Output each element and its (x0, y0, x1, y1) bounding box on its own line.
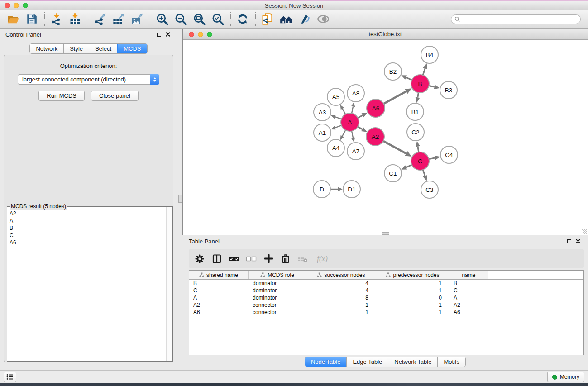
export-table-button[interactable] (111, 11, 126, 27)
table-cell[interactable]: 4 (306, 280, 376, 287)
graph-edge-A-A8[interactable] (351, 102, 355, 114)
graph-node-A[interactable]: A (341, 113, 359, 131)
refresh-layout-button[interactable] (235, 11, 250, 27)
toggle-view-button[interactable] (316, 11, 331, 27)
zoom-selected-button[interactable] (210, 11, 225, 27)
graph-edge-B-B1[interactable] (416, 93, 420, 103)
result-item[interactable]: A (10, 217, 172, 224)
graph-node-A7[interactable]: A7 (347, 143, 364, 160)
zoom-window-button[interactable] (23, 3, 28, 8)
vertical-splitter-handle[interactable] (178, 195, 182, 203)
save-session-button[interactable] (24, 11, 39, 27)
graph-edge-A-A7[interactable] (351, 131, 355, 143)
result-list-scrollbar[interactable] (166, 207, 172, 361)
graph-edge-C-C1[interactable] (401, 165, 412, 170)
select-all-button[interactable] (227, 252, 241, 266)
table-cell[interactable]: 1 (376, 287, 449, 294)
criterion-dropdown[interactable]: largest connected component (directed) (18, 74, 159, 85)
graph-edge-A-A2[interactable] (358, 127, 367, 132)
task-history-button[interactable] (4, 372, 16, 382)
table-cell[interactable]: connector (249, 309, 306, 316)
add-row-button[interactable] (262, 252, 275, 266)
network-close-button[interactable] (189, 32, 194, 37)
delete-table-button[interactable] (296, 252, 310, 266)
tab-style[interactable]: Style (63, 44, 89, 53)
float-panel-button[interactable] (155, 31, 163, 38)
table-row[interactable]: A2connector11A2 (189, 301, 583, 309)
graph-edge-A-A4[interactable] (340, 130, 346, 140)
table-cell[interactable]: A2 (449, 301, 488, 309)
delete-row-button[interactable] (279, 252, 292, 266)
table-cell[interactable]: 0 (376, 294, 449, 301)
graph-node-C4[interactable]: C4 (440, 146, 458, 163)
import-table-button[interactable] (67, 11, 83, 27)
zoom-out-button[interactable] (173, 11, 188, 27)
graph-node-A3[interactable]: A3 (314, 104, 331, 121)
graph-node-D[interactable]: D (313, 181, 330, 198)
column-header-shared-name[interactable]: shared name (189, 271, 249, 279)
tab-node-table[interactable]: Node Table (305, 357, 347, 367)
table-cell[interactable]: A (449, 294, 488, 301)
graph-node-D1[interactable]: D1 (343, 181, 360, 198)
network-zoom-button[interactable] (207, 32, 212, 37)
tab-network-table[interactable]: Network Table (388, 357, 437, 367)
graph-edge-A-A1[interactable] (331, 125, 342, 129)
graph-edge-C-C4[interactable] (429, 156, 440, 160)
open-folder-button[interactable] (5, 11, 21, 27)
close-panel-button[interactable] (164, 31, 172, 38)
export-image-button[interactable] (129, 11, 145, 27)
table-cell[interactable]: A2 (189, 301, 249, 309)
function-builder-button[interactable]: f(x) (313, 252, 331, 266)
graph-node-B4[interactable]: B4 (421, 46, 438, 63)
table-cell[interactable]: 1 (306, 301, 376, 309)
table-row[interactable]: Bdominator41B (189, 280, 583, 287)
table-cell[interactable]: A6 (449, 309, 488, 316)
graph-edge-B-B4[interactable] (423, 63, 427, 75)
table-cell[interactable]: A6 (189, 309, 249, 316)
table-cell[interactable]: 1 (306, 309, 376, 316)
tab-network[interactable]: Network (30, 44, 63, 53)
table-cell[interactable]: 1 (376, 309, 449, 316)
tab-motifs[interactable]: Motifs (437, 357, 465, 367)
tab-edge-table[interactable]: Edge Table (346, 357, 388, 367)
table-columns-button[interactable] (210, 252, 224, 266)
show-hide-graphics-details-button[interactable] (297, 11, 312, 27)
graph-node-A2[interactable]: A2 (366, 128, 384, 146)
table-cell[interactable]: 1 (376, 280, 449, 287)
graph-edge-C-C3[interactable] (423, 170, 427, 181)
graph-node-B3[interactable]: B3 (440, 81, 457, 99)
run-mcds-button[interactable]: Run MCDS (38, 91, 85, 101)
graph-edge-C-C2[interactable] (416, 141, 420, 152)
table-cell[interactable]: A (189, 294, 249, 301)
zoom-fit-button[interactable] (191, 11, 207, 27)
graph-node-C3[interactable]: C3 (421, 181, 438, 198)
graph-node-A4[interactable]: A4 (327, 139, 344, 157)
table-settings-button[interactable] (193, 252, 206, 266)
search-box[interactable] (451, 14, 581, 24)
column-header-MCDS-role[interactable]: MCDS role (249, 271, 306, 279)
graph-node-C2[interactable]: C2 (407, 124, 424, 141)
zoom-in-button[interactable] (154, 11, 170, 27)
graph-edge-A-A3[interactable] (331, 115, 341, 119)
deselect-all-button[interactable] (244, 252, 258, 266)
graph-node-A8[interactable]: A8 (347, 85, 364, 102)
table-cell[interactable]: dominator (249, 287, 306, 294)
table-row[interactable]: A6connector11A6 (189, 309, 583, 316)
graph-node-B[interactable]: B (411, 75, 429, 93)
graph-node-B1[interactable]: B1 (406, 103, 424, 120)
result-item[interactable]: A2 (10, 210, 172, 217)
window-resize-grip[interactable] (582, 229, 587, 234)
network-window-titlebar[interactable]: testGlobe.txt (183, 29, 588, 40)
tab-select[interactable]: Select (89, 44, 117, 53)
float-table-panel-button[interactable] (565, 238, 573, 245)
graph-edge-A-A5[interactable] (340, 105, 346, 114)
result-item[interactable]: B (10, 224, 172, 232)
column-header-successor-nodes[interactable]: successor nodes (306, 271, 376, 279)
result-item[interactable]: A6 (10, 239, 172, 246)
graph-node-A1[interactable]: A1 (314, 124, 331, 141)
graph-edge-D-D1[interactable] (330, 187, 343, 191)
graph-node-C1[interactable]: C1 (384, 165, 402, 182)
result-item[interactable]: C (10, 232, 172, 239)
table-cell[interactable]: B (449, 280, 488, 287)
table-cell[interactable]: connector (249, 301, 306, 309)
